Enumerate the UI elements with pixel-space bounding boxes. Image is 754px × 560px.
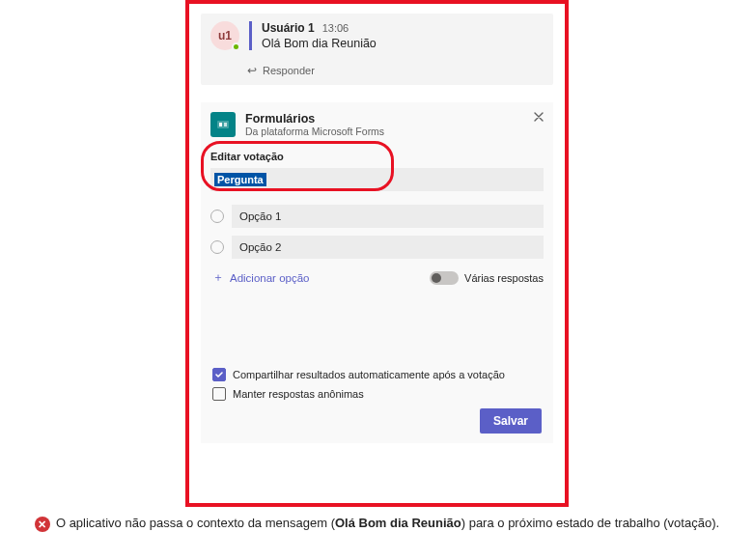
caption-text: O aplicativo não passa o contexto da men… (56, 515, 719, 533)
poll-option-input[interactable]: Opção 2 (232, 236, 544, 259)
message-user: Usuário 1 (262, 21, 315, 35)
screenshot-frame: u1 Usuário 1 13:06 Olá Bom dia Reunião ↩… (185, 0, 569, 507)
poll-option-row: Opção 2 (210, 236, 544, 259)
error-icon: ✕ (35, 517, 50, 532)
radio-icon[interactable] (210, 210, 224, 223)
poll-option-input[interactable]: Opção 1 (232, 205, 544, 228)
poll-option-row: Opção 1 (210, 205, 544, 228)
checkbox-unchecked-icon (212, 387, 226, 401)
message-time: 13:06 (322, 22, 349, 34)
multi-answer-toggle[interactable] (430, 271, 459, 285)
caption: ✕ O aplicativo não passa o contexto da m… (0, 515, 754, 533)
reply-icon: ↩ (247, 64, 257, 77)
share-results-label: Compartilhar resultados automaticamente … (233, 369, 505, 380)
forms-app-icon (210, 112, 236, 137)
message-body: Olá Bom dia Reunião (262, 37, 544, 50)
add-option-button[interactable]: ＋ Adicionar opção (212, 270, 309, 285)
checkbox-checked-icon (212, 368, 226, 381)
svg-rect-2 (224, 123, 227, 126)
avatar: u1 (210, 21, 239, 50)
plus-icon: ＋ (212, 270, 224, 285)
reply-label: Responder (263, 65, 315, 76)
save-button[interactable]: Salvar (480, 408, 542, 434)
message-card: u1 Usuário 1 13:06 Olá Bom dia Reunião ↩… (201, 14, 553, 85)
share-results-checkbox[interactable]: Compartilhar resultados automaticamente … (212, 368, 542, 381)
multi-answer-label: Várias respostas (464, 272, 544, 284)
svg-rect-0 (217, 121, 229, 128)
anonymous-label: Manter respostas anônimas (233, 388, 364, 400)
add-option-label: Adicionar opção (230, 272, 309, 284)
poll-question-input[interactable]: Pergunta (210, 168, 544, 191)
forms-panel: Formulários Da plataforma Microsoft Form… (201, 102, 553, 443)
svg-rect-1 (219, 123, 222, 126)
poll-heading: Editar votação (210, 151, 544, 162)
forms-subtitle: Da plataforma Microsoft Forms (245, 126, 384, 137)
close-icon[interactable] (530, 108, 547, 126)
anonymous-checkbox[interactable]: Manter respostas anônimas (212, 387, 542, 401)
forms-title: Formulários (245, 112, 384, 126)
reply-button[interactable]: ↩ Responder (201, 58, 553, 85)
poll-question-selected-text: Pergunta (214, 173, 266, 186)
radio-icon[interactable] (210, 240, 224, 254)
presence-indicator (232, 42, 240, 51)
